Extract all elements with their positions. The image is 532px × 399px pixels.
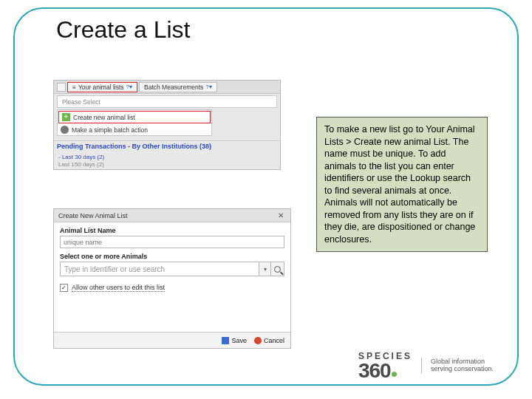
tagline-1: Global information: [431, 358, 494, 366]
search-icon: [274, 266, 281, 273]
animal-lists-menu: + Create new animal list Make a simple b…: [57, 109, 212, 136]
logo-zero: 0: [380, 361, 391, 380]
gear-icon: [61, 126, 69, 134]
close-icon[interactable]: ✕: [276, 211, 286, 221]
species360-logo: SPECIES 360: [358, 351, 412, 380]
your-lists-label: Your animal lists: [78, 83, 124, 91]
batch-measurements-button[interactable]: Batch Measurements ?▾: [139, 82, 217, 92]
page-title: Create a List: [50, 16, 196, 44]
app-toolbar: ≡ Your animal lists ?▾ Batch Measurement…: [54, 81, 280, 94]
tagline-2: serving conservation.: [431, 365, 494, 373]
animal-identifier-combo[interactable]: Type in identifier or use search ▾: [60, 262, 284, 276]
create-new-label: Create new animal list: [73, 114, 135, 121]
logo-36: 36: [358, 361, 380, 380]
screenshot-create-dialog: Create New Animal List ✕ Animal List Nam…: [53, 208, 291, 349]
batch-label: Batch Measurements: [144, 83, 203, 91]
please-select-label: Please Select: [62, 98, 100, 106]
logo-360-text: 360: [358, 361, 412, 380]
select-animals-label: Select one or more Animals: [54, 248, 290, 262]
dialog-footer: Save Cancel: [54, 332, 290, 348]
menu-item-create-new[interactable]: + Create new animal list: [58, 111, 211, 123]
save-button[interactable]: Save: [222, 337, 247, 344]
allow-others-row[interactable]: ✓ Allow other users to edit this list: [54, 276, 290, 299]
name-input-value: unique name: [64, 239, 102, 246]
screenshot-toolbar-menu: ≡ Your animal lists ?▾ Batch Measurement…: [53, 80, 281, 170]
checkbox-checked-icon[interactable]: ✓: [60, 284, 68, 292]
logo-tagline: Global information serving conservation.: [421, 358, 494, 374]
menu-item-simple-batch[interactable]: Make a simple batch action: [58, 124, 211, 135]
name-label: Animal List Name: [54, 222, 290, 236]
last-30-days-link[interactable]: - Last 30 days (2): [58, 154, 104, 160]
simple-batch-label: Make a simple batch action: [72, 126, 148, 134]
cancel-label: Cancel: [264, 337, 284, 344]
cancel-button[interactable]: Cancel: [254, 337, 284, 344]
dialog-title-bar: Create New Animal List ✕: [54, 209, 290, 222]
animal-list-name-input[interactable]: unique name: [60, 236, 284, 248]
logo-area: SPECIES 360 Global information serving c…: [358, 351, 494, 380]
list-icon: ≡: [72, 83, 76, 91]
pending-transactions-row[interactable]: Pending Transactions - By Other Institut…: [54, 140, 280, 151]
green-dot-icon: [392, 372, 397, 377]
save-icon: [222, 337, 229, 344]
explanation-box: To make a new list go to Your Animal Lis…: [316, 117, 488, 252]
dialog-title: Create New Animal List: [58, 212, 128, 219]
caret-icon: ?▾: [126, 83, 132, 90]
last-150-days-text: Last 150 days (2): [58, 161, 104, 168]
cancel-icon: [254, 337, 262, 344]
your-animal-lists-button[interactable]: ≡ Your animal lists ?▾: [67, 82, 137, 92]
plus-icon: +: [62, 113, 70, 121]
allow-others-label: Allow other users to edit this list: [72, 284, 165, 292]
chevron-down-icon[interactable]: ▾: [259, 262, 270, 276]
please-select-dropdown[interactable]: Please Select: [57, 95, 277, 108]
combo-placeholder: Type in identifier or use search: [61, 262, 259, 276]
search-lookup-button[interactable]: [270, 262, 284, 276]
save-label: Save: [231, 337, 247, 344]
caret-icon: ?▾: [205, 83, 211, 90]
mag-icon: [57, 83, 66, 92]
